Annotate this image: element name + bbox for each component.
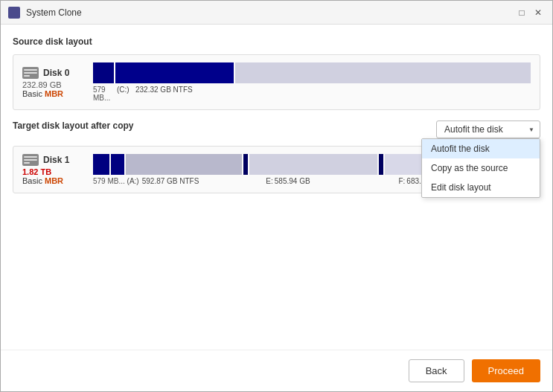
maximize-button[interactable]: □ — [515, 6, 528, 19]
dropdown-option-1[interactable]: Copy as the source — [422, 158, 540, 178]
source-lbl-2: (C:) 232.32 GB NTFS — [117, 86, 193, 102]
layout-dropdown-button[interactable]: Autofit the disk — [436, 121, 540, 138]
target-lbl-2b: 592.87 GB NTFS — [142, 177, 266, 185]
dropdown-menu: Autofit the disk Copy as the source Edit… — [421, 138, 540, 198]
back-button[interactable]: Back — [409, 359, 464, 382]
target-disk-info: Disk 1 1.82 TB Basic MBR — [22, 154, 86, 185]
target-lbl-1: 579 MB... — [93, 177, 125, 185]
svg-rect-7 — [24, 162, 30, 164]
source-disk-row: Disk 0 232.89 GB Basic MBR 579 MB — [22, 62, 531, 102]
source-disk-type: Basic MBR — [22, 89, 86, 98]
dropdown-option-2[interactable]: Edit disk layout — [422, 178, 540, 197]
target-part-1 — [93, 154, 109, 175]
title-controls: □ ✕ — [515, 6, 545, 19]
source-part-1 — [93, 62, 114, 83]
target-lbl-2: (A:) — [125, 177, 139, 185]
target-part-3 — [126, 154, 242, 175]
close-button[interactable]: ✕ — [531, 6, 545, 19]
window-title: System Clone — [26, 7, 82, 18]
source-partition-bar — [93, 62, 531, 83]
title-bar: System Clone □ ✕ — [1, 1, 552, 25]
source-disk-name: Disk 0 — [43, 68, 69, 78]
target-part-2 — [111, 154, 124, 175]
source-part-3 — [235, 62, 531, 83]
target-section-label: Target disk layout after copy — [13, 121, 134, 131]
dropdown-option-0[interactable]: Autofit the disk — [422, 139, 540, 158]
source-disk-card: Disk 0 232.89 GB Basic MBR 579 MB — [13, 54, 540, 110]
target-part-5 — [249, 154, 377, 175]
target-header: Target disk layout after copy Autofit th… — [13, 121, 540, 138]
source-disk-info: Disk 0 232.89 GB Basic MBR — [22, 67, 86, 98]
target-lbl-3b: 585.94 GB — [275, 177, 399, 185]
app-icon — [8, 7, 20, 19]
target-disk-size: 1.82 TB — [22, 167, 86, 176]
target-part-4 — [243, 154, 248, 175]
dropdown-selected-label: Autofit the disk — [444, 124, 503, 135]
svg-rect-6 — [24, 159, 37, 161]
footer: Back Proceed — [1, 350, 552, 391]
source-part-2 — [115, 62, 234, 83]
source-partition-area: 579 MB... (C:) 232.32 GB NTFS — [93, 62, 531, 102]
title-bar-left: System Clone — [8, 7, 82, 19]
target-disk-name: Disk 1 — [43, 155, 69, 165]
svg-rect-1 — [24, 69, 37, 71]
svg-rect-2 — [24, 72, 37, 74]
target-disk-icon — [22, 154, 39, 166]
source-disk-size: 232.89 GB — [22, 80, 86, 89]
disk-icon — [22, 67, 39, 79]
target-lbl-3: E: — [266, 177, 272, 185]
target-disk-type: Basic MBR — [22, 176, 86, 185]
target-lbl-4: F: — [398, 177, 405, 185]
svg-rect-5 — [24, 156, 37, 158]
svg-rect-3 — [24, 75, 30, 77]
source-labels: 579 MB... (C:) 232.32 GB NTFS — [93, 86, 531, 102]
source-lbl-1: 579 MB... — [93, 86, 115, 102]
main-content: Source disk layout Disk 0 232.89 GB — [1, 25, 552, 350]
target-part-6 — [379, 154, 383, 175]
proceed-button[interactable]: Proceed — [472, 359, 540, 382]
source-section-label: Source disk layout — [13, 36, 540, 47]
dropdown-wrapper: Autofit the disk Autofit the disk Copy a… — [436, 121, 540, 138]
system-clone-window: System Clone □ ✕ Source disk layout — [0, 0, 553, 392]
